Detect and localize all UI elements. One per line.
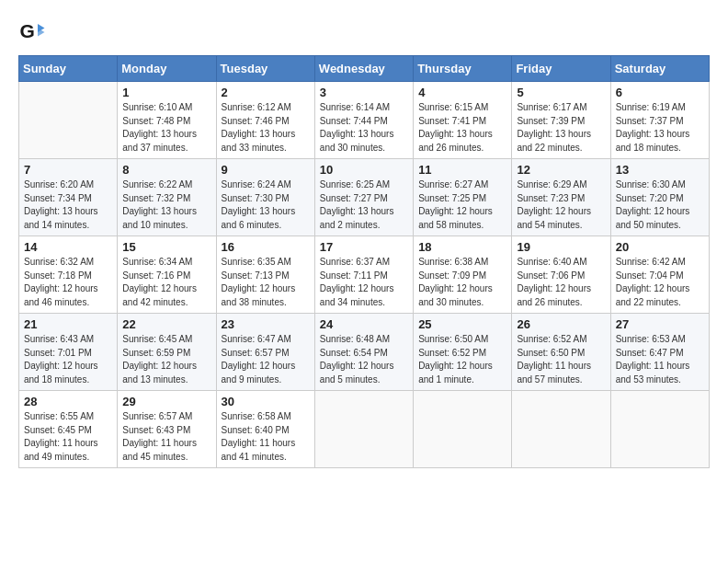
day-info: Sunrise: 6:50 AM Sunset: 6:52 PM Dayligh… xyxy=(418,333,506,386)
week-row-2: 7Sunrise: 6:20 AM Sunset: 7:34 PM Daylig… xyxy=(19,159,710,236)
day-number: 21 xyxy=(24,317,112,331)
page-header: G xyxy=(18,18,710,46)
day-number: 25 xyxy=(418,317,506,331)
day-info: Sunrise: 6:32 AM Sunset: 7:18 PM Dayligh… xyxy=(24,256,112,309)
day-info: Sunrise: 6:57 AM Sunset: 6:43 PM Dayligh… xyxy=(122,410,210,464)
day-number: 24 xyxy=(320,317,408,331)
calendar-table: SundayMondayTuesdayWednesdayThursdayFrid… xyxy=(18,55,710,468)
day-number: 30 xyxy=(222,395,310,408)
day-number: 10 xyxy=(320,163,408,177)
day-info: Sunrise: 6:58 AM Sunset: 6:40 PM Dayligh… xyxy=(222,410,310,464)
header-row: SundayMondayTuesdayWednesdayThursdayFrid… xyxy=(19,56,710,82)
day-number: 4 xyxy=(418,86,506,99)
day-number: 26 xyxy=(517,317,605,331)
day-cell: 13Sunrise: 6:30 AM Sunset: 7:20 PM Dayli… xyxy=(610,159,709,236)
day-number: 8 xyxy=(122,163,210,177)
day-info: Sunrise: 6:24 AM Sunset: 7:30 PM Dayligh… xyxy=(222,178,310,232)
col-header-sunday: Sunday xyxy=(19,56,118,82)
day-number: 29 xyxy=(122,395,210,408)
day-cell: 18Sunrise: 6:38 AM Sunset: 7:09 PM Dayli… xyxy=(414,236,512,314)
day-cell: 29Sunrise: 6:57 AM Sunset: 6:43 PM Dayli… xyxy=(118,391,216,468)
day-cell: 9Sunrise: 6:24 AM Sunset: 7:30 PM Daylig… xyxy=(216,159,314,236)
week-row-3: 14Sunrise: 6:32 AM Sunset: 7:18 PM Dayli… xyxy=(19,236,710,314)
day-number: 20 xyxy=(616,240,704,254)
day-number: 9 xyxy=(222,163,310,177)
day-cell: 3Sunrise: 6:14 AM Sunset: 7:44 PM Daylig… xyxy=(314,82,413,159)
day-cell: 5Sunrise: 6:17 AM Sunset: 7:39 PM Daylig… xyxy=(512,82,610,159)
day-info: Sunrise: 6:52 AM Sunset: 6:50 PM Dayligh… xyxy=(517,333,605,386)
day-number: 27 xyxy=(616,317,704,331)
day-info: Sunrise: 6:15 AM Sunset: 7:41 PM Dayligh… xyxy=(418,101,506,155)
day-number: 18 xyxy=(418,240,506,254)
week-row-5: 28Sunrise: 6:55 AM Sunset: 6:45 PM Dayli… xyxy=(19,391,710,468)
col-header-wednesday: Wednesday xyxy=(314,56,413,82)
day-info: Sunrise: 6:34 AM Sunset: 7:16 PM Dayligh… xyxy=(122,256,210,309)
col-header-friday: Friday xyxy=(512,56,610,82)
day-cell: 28Sunrise: 6:55 AM Sunset: 6:45 PM Dayli… xyxy=(19,391,118,468)
day-cell: 1Sunrise: 6:10 AM Sunset: 7:48 PM Daylig… xyxy=(118,82,216,159)
day-cell: 10Sunrise: 6:25 AM Sunset: 7:27 PM Dayli… xyxy=(314,159,413,236)
day-cell: 19Sunrise: 6:40 AM Sunset: 7:06 PM Dayli… xyxy=(512,236,610,314)
day-info: Sunrise: 6:35 AM Sunset: 7:13 PM Dayligh… xyxy=(222,256,310,309)
day-info: Sunrise: 6:25 AM Sunset: 7:27 PM Dayligh… xyxy=(320,178,408,232)
day-number: 16 xyxy=(222,240,310,254)
day-info: Sunrise: 6:22 AM Sunset: 7:32 PM Dayligh… xyxy=(122,178,210,232)
day-info: Sunrise: 6:43 AM Sunset: 7:01 PM Dayligh… xyxy=(24,333,112,386)
day-cell: 14Sunrise: 6:32 AM Sunset: 7:18 PM Dayli… xyxy=(19,236,118,314)
day-cell: 17Sunrise: 6:37 AM Sunset: 7:11 PM Dayli… xyxy=(314,236,413,314)
day-number: 1 xyxy=(122,86,210,99)
day-cell: 8Sunrise: 6:22 AM Sunset: 7:32 PM Daylig… xyxy=(118,159,216,236)
day-number: 7 xyxy=(24,163,112,177)
day-cell: 21Sunrise: 6:43 AM Sunset: 7:01 PM Dayli… xyxy=(19,314,118,391)
day-number: 12 xyxy=(517,163,605,177)
day-info: Sunrise: 6:53 AM Sunset: 6:47 PM Dayligh… xyxy=(616,333,704,386)
day-info: Sunrise: 6:42 AM Sunset: 7:04 PM Dayligh… xyxy=(616,256,704,309)
day-number: 17 xyxy=(320,240,408,254)
day-info: Sunrise: 6:47 AM Sunset: 6:57 PM Dayligh… xyxy=(222,333,310,386)
day-number: 14 xyxy=(24,240,112,254)
day-cell: 27Sunrise: 6:53 AM Sunset: 6:47 PM Dayli… xyxy=(610,314,709,391)
day-number: 13 xyxy=(616,163,704,177)
day-cell: 15Sunrise: 6:34 AM Sunset: 7:16 PM Dayli… xyxy=(118,236,216,314)
day-cell: 12Sunrise: 6:29 AM Sunset: 7:23 PM Dayli… xyxy=(512,159,610,236)
day-info: Sunrise: 6:37 AM Sunset: 7:11 PM Dayligh… xyxy=(320,256,408,309)
day-info: Sunrise: 6:48 AM Sunset: 6:54 PM Dayligh… xyxy=(320,333,408,386)
logo: G xyxy=(18,18,50,46)
day-info: Sunrise: 6:30 AM Sunset: 7:20 PM Dayligh… xyxy=(616,178,704,232)
day-info: Sunrise: 6:10 AM Sunset: 7:48 PM Dayligh… xyxy=(122,101,210,155)
logo-icon: G xyxy=(18,18,46,46)
day-info: Sunrise: 6:45 AM Sunset: 6:59 PM Dayligh… xyxy=(122,333,210,386)
col-header-tuesday: Tuesday xyxy=(216,56,314,82)
col-header-monday: Monday xyxy=(118,56,216,82)
day-info: Sunrise: 6:29 AM Sunset: 7:23 PM Dayligh… xyxy=(517,178,605,232)
day-info: Sunrise: 6:40 AM Sunset: 7:06 PM Dayligh… xyxy=(517,256,605,309)
day-cell: 26Sunrise: 6:52 AM Sunset: 6:50 PM Dayli… xyxy=(512,314,610,391)
day-info: Sunrise: 6:55 AM Sunset: 6:45 PM Dayligh… xyxy=(24,410,112,464)
day-number: 6 xyxy=(616,86,704,99)
day-cell: 7Sunrise: 6:20 AM Sunset: 7:34 PM Daylig… xyxy=(19,159,118,236)
day-info: Sunrise: 6:17 AM Sunset: 7:39 PM Dayligh… xyxy=(517,101,605,155)
col-header-saturday: Saturday xyxy=(610,56,709,82)
day-number: 3 xyxy=(320,86,408,99)
col-header-thursday: Thursday xyxy=(414,56,512,82)
day-cell: 16Sunrise: 6:35 AM Sunset: 7:13 PM Dayli… xyxy=(216,236,314,314)
day-info: Sunrise: 6:27 AM Sunset: 7:25 PM Dayligh… xyxy=(418,178,506,232)
day-number: 11 xyxy=(418,163,506,177)
day-cell xyxy=(19,82,118,159)
day-cell: 30Sunrise: 6:58 AM Sunset: 6:40 PM Dayli… xyxy=(216,391,314,468)
day-number: 5 xyxy=(517,86,605,99)
day-number: 23 xyxy=(222,317,310,331)
day-info: Sunrise: 6:38 AM Sunset: 7:09 PM Dayligh… xyxy=(418,256,506,309)
day-cell: 23Sunrise: 6:47 AM Sunset: 6:57 PM Dayli… xyxy=(216,314,314,391)
day-cell: 20Sunrise: 6:42 AM Sunset: 7:04 PM Dayli… xyxy=(610,236,709,314)
day-cell: 6Sunrise: 6:19 AM Sunset: 7:37 PM Daylig… xyxy=(610,82,709,159)
day-info: Sunrise: 6:14 AM Sunset: 7:44 PM Dayligh… xyxy=(320,101,408,155)
day-cell: 22Sunrise: 6:45 AM Sunset: 6:59 PM Dayli… xyxy=(118,314,216,391)
day-number: 2 xyxy=(222,86,310,99)
day-number: 22 xyxy=(122,317,210,331)
day-info: Sunrise: 6:12 AM Sunset: 7:46 PM Dayligh… xyxy=(222,101,310,155)
day-cell: 11Sunrise: 6:27 AM Sunset: 7:25 PM Dayli… xyxy=(414,159,512,236)
day-cell xyxy=(512,391,610,468)
day-cell: 4Sunrise: 6:15 AM Sunset: 7:41 PM Daylig… xyxy=(414,82,512,159)
day-info: Sunrise: 6:20 AM Sunset: 7:34 PM Dayligh… xyxy=(24,178,112,232)
